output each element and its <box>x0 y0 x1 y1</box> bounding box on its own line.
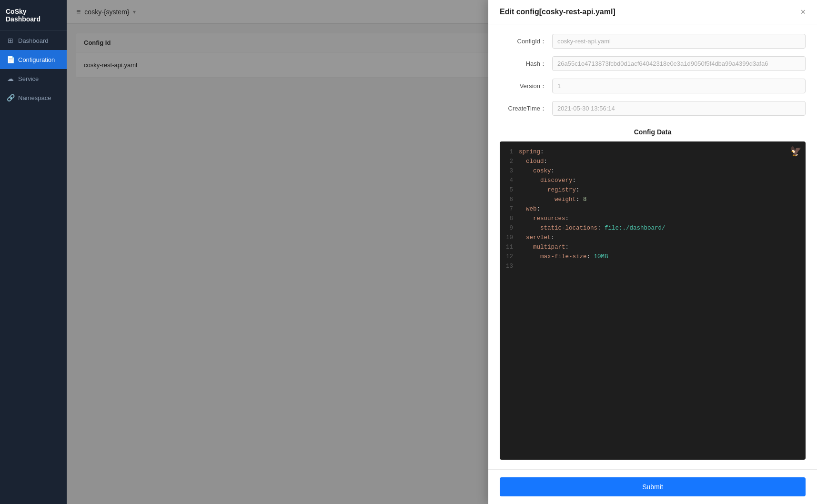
code-content: cloud: <box>519 157 547 166</box>
line-number: 5 <box>504 185 519 195</box>
sidebar-item-service[interactable]: ☁ Service <box>0 69 67 88</box>
line-number: 10 <box>504 233 519 242</box>
line-number: 2 <box>504 157 519 166</box>
config-id-input[interactable] <box>552 34 806 49</box>
sidebar: CoSky Dashboard ⊞ Dashboard 📄 Configurat… <box>0 0 67 504</box>
modal-title: Edit config[cosky-rest-api.yaml] <box>500 8 615 16</box>
line-number: 12 <box>504 252 519 262</box>
code-content: multipart: <box>519 242 569 252</box>
version-input[interactable] <box>552 79 806 93</box>
line-number: 8 <box>504 214 519 223</box>
code-line: 11 multipart: <box>504 242 802 252</box>
app-logo: CoSky Dashboard <box>0 0 67 31</box>
sidebar-item-label-namespace: Namespace <box>18 94 51 101</box>
line-number: 3 <box>504 166 519 176</box>
submit-button[interactable]: Submit <box>500 477 806 496</box>
hash-label: Hash： <box>500 60 552 68</box>
line-number: 9 <box>504 223 519 233</box>
modal-header: Edit config[cosky-rest-api.yaml] × <box>488 0 817 24</box>
code-content: registry: <box>519 185 580 195</box>
line-number: 11 <box>504 242 519 252</box>
code-content: servlet: <box>519 233 555 242</box>
configuration-icon: 📄 <box>7 56 14 63</box>
code-content: discovery: <box>519 176 576 185</box>
code-line: 10 servlet: <box>504 233 802 242</box>
code-content: static-locations: file:./dashboard/ <box>519 223 666 233</box>
code-line: 5 registry: <box>504 185 802 195</box>
line-number: 13 <box>504 262 519 271</box>
service-icon: ☁ <box>7 75 14 82</box>
code-editor[interactable]: 1spring:2 cloud:3 cosky:4 discovery:5 re… <box>500 141 806 460</box>
sidebar-item-label-dashboard: Dashboard <box>18 37 49 44</box>
code-line: 8 resources: <box>504 214 802 223</box>
code-line: 13 <box>504 262 802 271</box>
code-content: resources: <box>519 214 569 223</box>
code-line: 12 max-file-size: 10MB <box>504 252 802 262</box>
close-button[interactable]: × <box>800 8 806 16</box>
dashboard-icon: ⊞ <box>7 37 14 44</box>
hash-input[interactable] <box>552 56 806 71</box>
code-content: cosky: <box>519 166 555 176</box>
create-time-input[interactable] <box>552 101 806 116</box>
logo-icon: 🦅 <box>790 144 802 160</box>
edit-config-modal: Edit config[cosky-rest-api.yaml] × Confi… <box>488 0 817 504</box>
modal-body: ConfigId： Hash： Version： CreateTime： Con… <box>488 24 817 469</box>
line-number: 4 <box>504 176 519 185</box>
config-id-row: ConfigId： <box>500 34 806 49</box>
create-time-label: CreateTime： <box>500 104 552 113</box>
code-content: weight: 8 <box>519 195 587 204</box>
sidebar-item-configuration[interactable]: 📄 Configuration <box>0 50 67 69</box>
code-line: 9 static-locations: file:./dashboard/ <box>504 223 802 233</box>
sidebar-item-label-configuration: Configuration <box>18 56 55 63</box>
line-number: 6 <box>504 195 519 204</box>
code-content: spring: <box>519 147 544 157</box>
code-line: 7 web: <box>504 204 802 214</box>
create-time-row: CreateTime： <box>500 101 806 116</box>
sidebar-item-label-service: Service <box>18 75 39 82</box>
code-line: 2 cloud: <box>504 157 802 166</box>
code-line: 1spring: <box>504 147 802 157</box>
hash-row: Hash： <box>500 56 806 71</box>
code-content: max-file-size: 10MB <box>519 252 608 262</box>
version-label: Version： <box>500 82 552 91</box>
code-line: 4 discovery: <box>504 176 802 185</box>
config-id-label: ConfigId： <box>500 37 552 46</box>
sidebar-item-namespace[interactable]: 🔗 Namespace <box>0 88 67 107</box>
config-data-title: Config Data <box>500 128 806 136</box>
code-line: 6 weight: 8 <box>504 195 802 204</box>
version-row: Version： <box>500 79 806 93</box>
sidebar-item-dashboard[interactable]: ⊞ Dashboard <box>0 31 67 50</box>
code-line: 3 cosky: <box>504 166 802 176</box>
line-number: 1 <box>504 147 519 157</box>
namespace-icon: 🔗 <box>7 94 14 101</box>
modal-footer: Submit <box>488 469 817 504</box>
line-number: 7 <box>504 204 519 214</box>
code-content: web: <box>519 204 540 214</box>
